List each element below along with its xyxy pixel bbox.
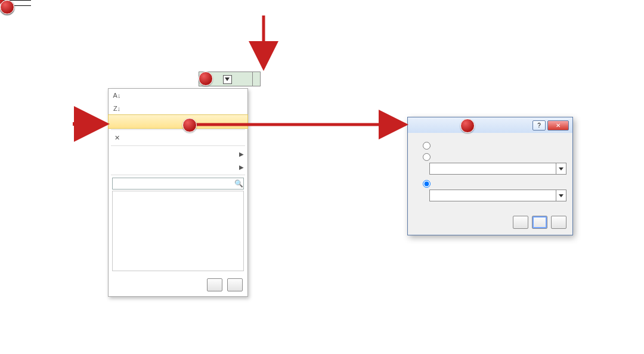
radio-asc[interactable]	[423, 153, 431, 161]
menu-label-filter[interactable]: ▶	[109, 147, 247, 160]
clear-filter-icon: ✕	[111, 134, 123, 142]
close-icon[interactable]: ✕	[547, 120, 569, 131]
sort-dialog: ? ✕	[407, 117, 573, 235]
chevron-right-icon: ▶	[239, 151, 244, 157]
menu-value-filter[interactable]: ▶	[109, 160, 247, 173]
filter-tree[interactable]	[112, 191, 244, 271]
chevron-down-icon[interactable]	[556, 190, 566, 201]
menu-sort-asc[interactable]: A↓	[109, 89, 247, 102]
menu-clear-filter: ✕	[109, 131, 247, 144]
chevron-down-icon[interactable]	[556, 163, 566, 174]
opt-manual[interactable]	[420, 140, 566, 150]
search-icon: 🔍	[234, 179, 243, 188]
search-input[interactable]	[113, 179, 234, 188]
sort-asc-icon: A↓	[111, 92, 123, 99]
help-icon[interactable]: ?	[532, 120, 546, 131]
badge-1	[199, 72, 213, 86]
pivot-value-header	[253, 72, 261, 86]
menu-sort-desc[interactable]: Z↓	[109, 102, 247, 115]
badge-2	[182, 118, 197, 132]
more-options-button[interactable]	[513, 216, 528, 229]
dialog-titlebar[interactable]: ? ✕	[408, 117, 572, 133]
opt-desc[interactable]	[420, 178, 566, 188]
badge-6	[0, 0, 14, 14]
opt-asc[interactable]	[420, 151, 566, 161]
asc-select[interactable]	[429, 163, 566, 175]
ok-button[interactable]	[532, 216, 547, 229]
radio-desc[interactable]	[423, 180, 431, 188]
search-box[interactable]: 🔍	[112, 178, 244, 190]
desc-select[interactable]	[429, 190, 566, 201]
filter-menu: A↓ Z↓ ✕ ▶ ▶ 🔍	[108, 88, 248, 297]
menu-more-sort[interactable]	[108, 114, 248, 129]
ctx-cancel-button[interactable]	[227, 278, 243, 291]
sort-desc-icon: Z↓	[111, 105, 123, 112]
badge-3	[460, 119, 475, 133]
chevron-right-icon: ▶	[239, 164, 244, 170]
radio-manual[interactable]	[423, 142, 431, 150]
ctx-ok-button[interactable]	[207, 278, 222, 291]
cancel-button[interactable]	[551, 216, 566, 229]
dropdown-icon[interactable]	[223, 75, 232, 84]
col-qty	[21, 1, 31, 6]
